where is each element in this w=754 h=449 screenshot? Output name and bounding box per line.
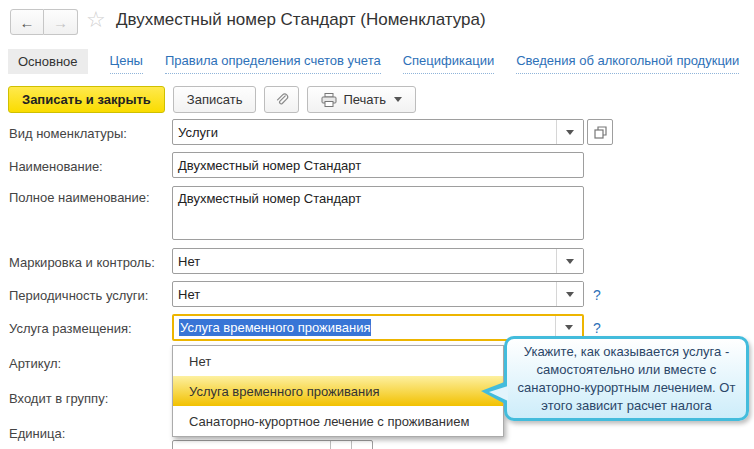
field-label-article: Артикул: — [9, 356, 61, 371]
tab-account-rules[interactable]: Правила определения счетов учета — [165, 48, 381, 74]
field-label-kind: Вид номенклатуры: — [9, 126, 127, 141]
kind-input[interactable]: Услуги — [172, 119, 584, 145]
fullname-value: Двухместный номер Стандарт — [178, 191, 361, 206]
save-and-close-button[interactable]: Записать и закрыть — [8, 86, 165, 113]
unit-choose-button[interactable] — [330, 441, 351, 449]
print-menu-arrow-icon — [394, 97, 402, 102]
kind-open-button[interactable] — [587, 119, 613, 145]
kind-dropdown-arrow-icon[interactable] — [556, 120, 583, 144]
tab-specifications[interactable]: Спецификации — [403, 48, 495, 74]
field-label-lodging-service: Услуга размещения: — [9, 321, 132, 336]
name-value: Двухместный номер Стандарт — [173, 158, 583, 173]
open-icon — [594, 126, 607, 139]
attachments-button[interactable] — [264, 86, 299, 113]
save-button[interactable]: Записать — [173, 86, 257, 113]
kind-value: Услуги — [173, 125, 556, 140]
field-label-unit: Единица: — [9, 426, 65, 441]
unit-open-button[interactable] — [351, 441, 372, 449]
forward-arrow-icon: → — [53, 14, 68, 31]
forward-button[interactable]: → — [44, 9, 78, 35]
periodicity-value: Нет — [173, 287, 556, 302]
field-label-fullname: Полное наименование: — [9, 190, 150, 205]
lodging-service-help-link[interactable]: ? — [593, 320, 601, 336]
hint-bubble: Укажите, как оказывается услуга - самост… — [504, 336, 749, 421]
hint-text: Укажите, как оказывается услуга - самост… — [513, 343, 740, 415]
name-input[interactable]: Двухместный номер Стандарт — [172, 152, 584, 178]
dropdown-option-temporary-lodging[interactable]: Услуга временного проживания — [173, 376, 503, 406]
periodicity-input[interactable]: Нет — [172, 281, 584, 307]
unit-input[interactable] — [172, 440, 373, 449]
tab-alcohol-info[interactable]: Сведения об алкогольной продукции — [516, 48, 739, 74]
toolbar: Записать и закрыть Записать Печать — [8, 86, 416, 113]
field-label-name: Наименование: — [9, 159, 103, 174]
lodging-service-dropdown-list: Нет Услуга временного проживания Санатор… — [172, 345, 504, 437]
back-arrow-icon: ← — [20, 14, 35, 31]
field-label-group: Входит в группу: — [9, 391, 108, 406]
paperclip-icon — [274, 92, 289, 107]
tab-bar: Основное Цены Правила определения счетов… — [8, 48, 739, 74]
lodging-service-value: Услуга временного проживания — [179, 319, 371, 336]
periodicity-help-link[interactable]: ? — [593, 287, 601, 303]
periodicity-dropdown-arrow-icon[interactable] — [556, 282, 583, 306]
page-title: Двухместный номер Стандарт (Номенклатура… — [116, 10, 486, 30]
print-button[interactable]: Печать — [307, 86, 416, 113]
history-nav: ← → — [10, 9, 78, 35]
dropdown-option-none[interactable]: Нет — [173, 346, 503, 376]
dropdown-option-sanatorium[interactable]: Санаторно-курортное лечение с проживание… — [173, 406, 503, 436]
tab-prices[interactable]: Цены — [110, 48, 143, 74]
marking-input[interactable]: Нет — [172, 248, 584, 274]
marking-value: Нет — [173, 254, 556, 269]
field-label-marking: Маркировка и контроль: — [9, 255, 155, 270]
field-label-periodicity: Периодичность услуги: — [9, 288, 148, 303]
save-label: Записать — [187, 92, 243, 107]
fullname-textarea[interactable]: Двухместный номер Стандарт — [172, 186, 584, 240]
marking-dropdown-arrow-icon[interactable] — [556, 249, 583, 273]
printer-icon — [321, 93, 337, 107]
save-and-close-label: Записать и закрыть — [22, 92, 151, 107]
tab-main[interactable]: Основное — [8, 49, 88, 74]
nomenclature-form-window: ← → ☆ Двухместный номер Стандарт (Номенк… — [0, 0, 754, 449]
favorite-star-icon[interactable]: ☆ — [86, 7, 106, 33]
print-label: Печать — [343, 92, 386, 107]
back-button[interactable]: ← — [10, 9, 44, 35]
